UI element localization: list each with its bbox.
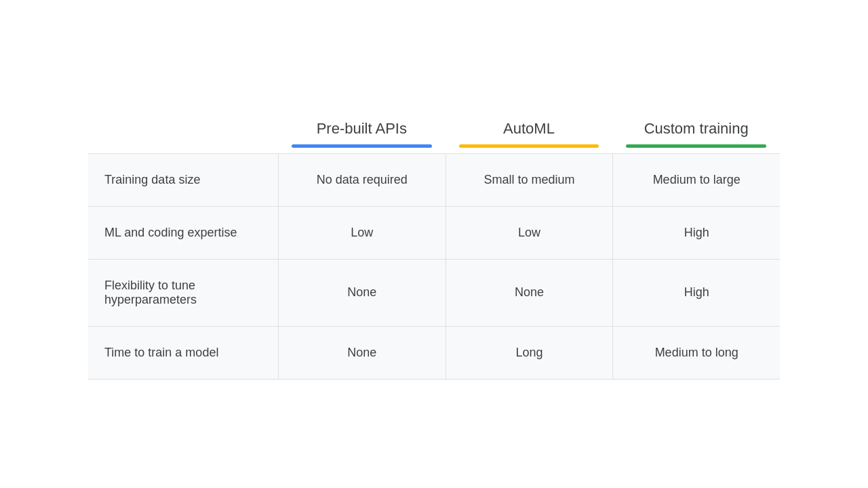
table-header: Pre-built APIs AutoML Custom training (88, 109, 780, 153)
header-prebuilt-apis-label: Pre-built APIs (317, 120, 407, 137)
row-cell-training-automl: Small to medium (446, 153, 613, 206)
row-label-ml-expertise: ML and coding expertise (88, 206, 278, 259)
table-body: Training data size No data required Smal… (88, 153, 780, 380)
header-automl-label: AutoML (503, 120, 555, 137)
row-cell-time-prebuilt: None (278, 326, 446, 380)
row-cell-flexibility-prebuilt: None (278, 259, 446, 326)
header-bar-green (626, 144, 766, 148)
header-bar-blue (292, 144, 432, 148)
row-cell-ml-prebuilt: Low (278, 206, 446, 259)
row-cell-training-custom: Medium to large (612, 153, 780, 206)
comparison-table: Pre-built APIs AutoML Custom training Tr… (88, 109, 780, 380)
row-cell-ml-automl: Low (446, 206, 613, 259)
row-cell-ml-custom: High (612, 206, 780, 259)
header-empty-cell (88, 109, 278, 153)
header-bar-yellow (459, 144, 599, 148)
header-automl: AutoML (446, 109, 613, 153)
header-custom-training: Custom training (612, 109, 780, 153)
header-custom-training-label: Custom training (644, 120, 749, 137)
row-label-flexibility: Flexibility to tune hyperparameters (88, 259, 278, 326)
row-label-time-train: Time to train a model (88, 326, 278, 380)
row-cell-flexibility-custom: High (612, 259, 780, 326)
row-cell-flexibility-automl: None (446, 259, 613, 326)
header-prebuilt-apis: Pre-built APIs (278, 109, 446, 153)
row-label-training-data: Training data size (88, 153, 278, 206)
row-cell-time-automl: Long (446, 326, 613, 380)
row-cell-time-custom: Medium to long (612, 326, 780, 380)
row-cell-training-prebuilt: No data required (278, 153, 446, 206)
